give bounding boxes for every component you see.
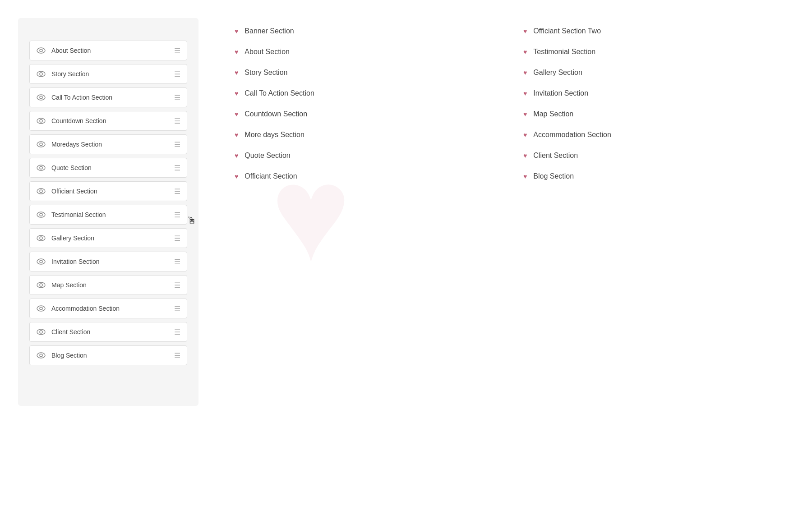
section-row-cta[interactable]: Call To Action Section☰: [29, 87, 187, 107]
section-row-gallery[interactable]: Gallery Section☰: [29, 228, 187, 248]
right-label-col1-2: Story Section: [245, 69, 287, 77]
eye-icon-map[interactable]: [36, 280, 46, 290]
right-label-col1-7: Officiant Section: [245, 172, 297, 180]
right-label-col1-5: More days Section: [245, 131, 304, 139]
heart-icon: ♥: [235, 90, 238, 97]
section-row-quote[interactable]: Quote Section☰: [29, 158, 187, 178]
section-row-blog[interactable]: Blog Section☰: [29, 345, 187, 365]
section-label-blog: Blog Section: [46, 352, 174, 359]
drag-handle-map[interactable]: ☰: [174, 281, 180, 290]
right-label-col2-6: Client Section: [533, 152, 578, 160]
eye-icon-invitation[interactable]: [36, 257, 46, 267]
drag-handle-story[interactable]: ☰: [174, 70, 180, 78]
svg-point-20: [37, 282, 45, 288]
heart-icon: ♥: [523, 110, 527, 118]
heart-icon: ♥: [523, 131, 527, 138]
right-label-col2-7: Blog Section: [533, 172, 574, 180]
right-item-col1-7: ♥Officiant Section: [235, 172, 496, 180]
right-item-col2-7: ♥Blog Section: [523, 172, 785, 180]
eye-icon-countdown[interactable]: [36, 116, 46, 126]
heart-icon: ♥: [235, 173, 238, 180]
right-label-col2-2: Gallery Section: [533, 69, 582, 77]
section-row-officiant[interactable]: Officiant Section☰: [29, 181, 187, 201]
heart-icon: ♥: [235, 110, 238, 118]
svg-point-0: [37, 48, 45, 53]
svg-point-18: [37, 259, 45, 264]
svg-point-16: [37, 235, 45, 241]
right-item-col1-0: ♥Banner Section: [235, 27, 496, 35]
heart-icon: ♥: [523, 28, 527, 35]
section-label-gallery: Gallery Section: [46, 235, 174, 242]
section-row-map[interactable]: Map Section☰: [29, 275, 187, 295]
drag-handle-invitation[interactable]: ☰: [174, 258, 180, 266]
eye-icon-blog[interactable]: [36, 350, 46, 360]
eye-icon-testimonial[interactable]: [36, 210, 46, 220]
svg-point-12: [37, 189, 45, 194]
drag-handle-moredays[interactable]: ☰: [174, 140, 180, 149]
eye-icon-moredays[interactable]: [36, 139, 46, 149]
page-wrapper: About Section☰ Story Section☰ Call To Ac…: [0, 0, 812, 424]
right-item-col2-0: ♥Officiant Section Two: [523, 27, 785, 35]
drag-handle-quote[interactable]: ☰: [174, 164, 180, 172]
svg-point-21: [40, 284, 42, 286]
drag-handle-client[interactable]: ☰: [174, 328, 180, 336]
left-panel: About Section☰ Story Section☰ Call To Ac…: [18, 18, 198, 406]
section-row-testimonial[interactable]: Testimonial Section☰🖱: [29, 205, 187, 225]
section-label-about: About Section: [46, 47, 174, 54]
svg-point-11: [40, 166, 42, 169]
eye-icon-cta[interactable]: [36, 92, 46, 102]
svg-point-10: [37, 165, 45, 170]
eye-icon-accommodation[interactable]: [36, 303, 46, 313]
svg-point-4: [37, 95, 45, 100]
svg-point-23: [40, 307, 42, 310]
eye-icon-about[interactable]: [36, 46, 46, 55]
heart-icon: ♥: [523, 90, 527, 97]
eye-icon-officiant[interactable]: [36, 186, 46, 196]
drag-handle-gallery[interactable]: ☰: [174, 234, 180, 243]
drag-handle-blog[interactable]: ☰: [174, 351, 180, 360]
right-item-col1-6: ♥Quote Section: [235, 152, 496, 160]
heart-icon: ♥: [235, 48, 238, 55]
section-label-map: Map Section: [46, 281, 174, 289]
right-label-col2-1: Testimonial Section: [533, 48, 595, 56]
section-row-about[interactable]: About Section☰: [29, 41, 187, 60]
right-label-col1-6: Quote Section: [245, 152, 290, 160]
section-label-story: Story Section: [46, 70, 174, 78]
eye-icon-story[interactable]: [36, 69, 46, 79]
section-row-invitation[interactable]: Invitation Section☰: [29, 252, 187, 271]
section-row-countdown[interactable]: Countdown Section☰: [29, 111, 187, 131]
eye-icon-gallery[interactable]: [36, 233, 46, 243]
right-label-col2-0: Officiant Section Two: [533, 27, 601, 35]
svg-point-13: [40, 190, 42, 193]
svg-point-6: [37, 118, 45, 124]
svg-point-27: [40, 354, 42, 357]
right-panel: ♥Banner Section♥About Section♥Story Sect…: [226, 18, 794, 406]
drag-handle-testimonial[interactable]: ☰: [174, 211, 180, 219]
heart-icon: ♥: [235, 69, 238, 76]
section-row-moredays[interactable]: Moredays Section☰: [29, 134, 187, 154]
svg-point-8: [37, 142, 45, 147]
svg-point-19: [40, 260, 42, 263]
svg-point-9: [40, 143, 42, 146]
section-row-accommodation[interactable]: Accommodation Section☰: [29, 299, 187, 318]
section-label-moredays: Moredays Section: [46, 141, 174, 148]
right-label-col2-5: Accommodation Section: [533, 131, 611, 139]
drag-handle-countdown[interactable]: ☰: [174, 117, 180, 125]
right-col-1: ♥Banner Section♥About Section♥Story Sect…: [235, 27, 496, 180]
section-row-client[interactable]: Client Section☰: [29, 322, 187, 342]
section-list: About Section☰ Story Section☰ Call To Ac…: [29, 41, 187, 365]
svg-point-17: [40, 237, 42, 239]
eye-icon-client[interactable]: [36, 327, 46, 337]
right-item-col1-5: ♥More days Section: [235, 131, 496, 139]
svg-point-1: [40, 49, 42, 52]
drag-handle-accommodation[interactable]: ☰: [174, 304, 180, 313]
section-label-cta: Call To Action Section: [46, 94, 174, 101]
right-label-col2-4: Map Section: [533, 110, 573, 118]
eye-icon-quote[interactable]: [36, 163, 46, 173]
drag-handle-about[interactable]: ☰: [174, 46, 180, 55]
section-row-story[interactable]: Story Section☰: [29, 64, 187, 84]
heart-icon: ♥: [235, 131, 238, 138]
right-col-2: ♥Officiant Section Two♥Testimonial Secti…: [523, 27, 785, 180]
drag-handle-cta[interactable]: ☰: [174, 93, 180, 102]
drag-handle-officiant[interactable]: ☰: [174, 187, 180, 196]
